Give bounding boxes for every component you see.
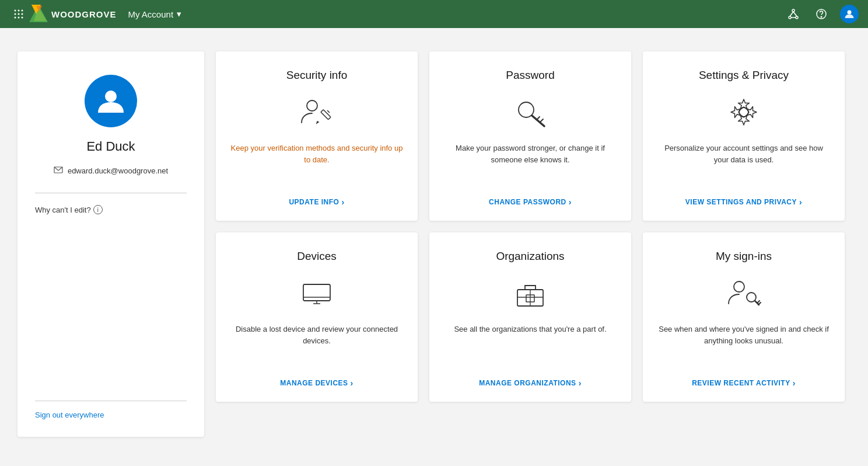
svg-point-3 xyxy=(15,13,16,15)
svg-point-22 xyxy=(105,91,117,102)
tile-link-devices[interactable]: MANAGE DEVICES › xyxy=(280,378,354,388)
tile-my-sign-ins: My sign-ins See when and where you've si… xyxy=(643,232,845,402)
divider-top xyxy=(35,193,187,193)
user-email-row: edward.duck@woodgrove.net xyxy=(54,166,168,175)
svg-line-27 xyxy=(532,116,544,126)
tile-link-settings-privacy[interactable]: VIEW SETTINGS AND PRIVACY › xyxy=(685,197,802,207)
why-edit-label: Why can't I edit? xyxy=(35,206,91,214)
tile-link-label-password: CHANGE PASSWORD xyxy=(489,198,566,206)
tile-password: Password Make your password stronger, or… xyxy=(429,51,631,221)
user-avatar-header[interactable] xyxy=(840,5,859,23)
tile-link-password[interactable]: CHANGE PASSWORD › xyxy=(489,197,572,207)
svg-point-2 xyxy=(22,10,23,12)
main-content: Ed Duck edward.duck@woodgrove.net Why ca… xyxy=(0,28,868,466)
svg-line-29 xyxy=(540,119,543,122)
svg-point-40 xyxy=(734,281,744,292)
email-icon xyxy=(54,166,63,175)
tile-desc-devices: Disable a lost device and review your co… xyxy=(230,324,404,356)
tile-link-security-info[interactable]: UPDATE INFO › xyxy=(289,197,344,207)
svg-point-4 xyxy=(18,13,20,15)
logo-text: WOODGROVE xyxy=(51,9,117,19)
tile-link-chevron-password: › xyxy=(569,197,572,207)
tile-desc-organizations: See all the organizations that you're a … xyxy=(454,324,606,345)
tile-icon-security-info xyxy=(299,93,334,131)
svg-point-8 xyxy=(22,17,23,19)
svg-rect-25 xyxy=(321,110,331,120)
svg-line-43 xyxy=(757,301,760,303)
tile-title-devices: Devices xyxy=(297,250,337,263)
tile-title-my-sign-ins: My sign-ins xyxy=(716,250,772,263)
svg-point-5 xyxy=(22,13,23,15)
svg-point-21 xyxy=(848,11,852,15)
tile-link-chevron-security-info: › xyxy=(341,197,344,207)
logo-icon xyxy=(28,4,49,25)
tile-desc-settings-privacy: Personalize your account settings and se… xyxy=(657,142,831,175)
account-menu-chevron: ▾ xyxy=(177,9,181,19)
tile-link-chevron-devices: › xyxy=(351,378,354,388)
tile-desc-my-sign-ins: See when and where you've signed in and … xyxy=(657,324,831,356)
tile-link-label-settings-privacy: VIEW SETTINGS AND PRIVACY xyxy=(685,198,797,206)
svg-point-0 xyxy=(15,10,16,12)
tile-link-label-organizations: MANAGE ORGANIZATIONS xyxy=(479,379,576,387)
tile-title-settings-privacy: Settings & Privacy xyxy=(699,69,789,82)
tile-organizations: Organizations See all the organizations … xyxy=(429,232,631,402)
tile-link-chevron-my-sign-ins: › xyxy=(793,378,796,388)
svg-line-28 xyxy=(537,117,540,120)
svg-point-24 xyxy=(307,100,317,111)
tile-icon-devices xyxy=(299,274,334,312)
tile-link-my-sign-ins[interactable]: REVIEW RECENT ACTIVITY › xyxy=(692,378,796,388)
info-icon: i xyxy=(93,205,103,214)
account-menu[interactable]: My Account ▾ xyxy=(128,9,182,19)
tile-settings-privacy: Settings & Privacy Personalize your acco… xyxy=(643,51,845,221)
grid-icon[interactable] xyxy=(9,5,28,23)
svg-line-17 xyxy=(793,12,797,16)
tile-icon-password xyxy=(513,93,548,131)
svg-point-1 xyxy=(18,10,20,12)
tile-security-info: Security info Keep your verification met… xyxy=(216,51,418,221)
app-header: WOODGROVE My Account ▾ xyxy=(0,0,868,28)
tile-link-label-security-info: UPDATE INFO xyxy=(289,198,339,206)
user-avatar-large xyxy=(85,75,137,127)
user-email: edward.duck@woodgrove.net xyxy=(68,166,168,175)
tiles-grid: Security info Keep your verification met… xyxy=(216,51,845,402)
sign-out-link[interactable]: Sign out everywhere xyxy=(35,411,104,419)
account-menu-label: My Account xyxy=(128,9,174,19)
tile-desc-password: Make your password stronger, or change i… xyxy=(443,142,617,175)
tile-link-organizations[interactable]: MANAGE ORGANIZATIONS › xyxy=(479,378,582,388)
svg-point-14 xyxy=(789,16,791,19)
user-avatar-icon xyxy=(96,86,126,116)
tile-title-password: Password xyxy=(506,69,554,82)
tile-desc-security-info: Keep your verification methods and secur… xyxy=(230,142,404,175)
header-right xyxy=(784,5,859,23)
svg-point-15 xyxy=(796,16,798,19)
logo: WOODGROVE xyxy=(28,4,117,25)
tile-link-label-devices: MANAGE DEVICES xyxy=(280,379,348,387)
why-edit[interactable]: Why can't I edit? i xyxy=(35,205,103,214)
svg-point-13 xyxy=(792,9,794,12)
tile-icon-organizations xyxy=(513,274,548,312)
tile-icon-settings-privacy xyxy=(726,93,761,131)
tile-devices: Devices Disable a lost device and review… xyxy=(216,232,418,402)
divider-bottom xyxy=(35,401,187,401)
tile-title-organizations: Organizations xyxy=(496,250,564,263)
help-icon[interactable] xyxy=(812,5,831,23)
page-wrapper: Ed Duck edward.duck@woodgrove.net Why ca… xyxy=(0,28,868,466)
svg-rect-31 xyxy=(303,284,330,301)
tile-title-security-info: Security info xyxy=(286,69,348,82)
user-name: Ed Duck xyxy=(86,139,135,154)
svg-line-44 xyxy=(758,302,761,305)
user-card: Ed Duck edward.duck@woodgrove.net Why ca… xyxy=(18,51,204,437)
tile-link-chevron-settings-privacy: › xyxy=(799,197,802,207)
svg-point-7 xyxy=(18,17,20,19)
tile-link-label-my-sign-ins: REVIEW RECENT ACTIVITY xyxy=(692,379,790,387)
svg-point-6 xyxy=(15,17,16,19)
network-icon[interactable] xyxy=(784,5,803,23)
tile-link-chevron-organizations: › xyxy=(579,378,582,388)
svg-line-16 xyxy=(790,12,793,16)
svg-point-20 xyxy=(821,16,822,18)
tile-icon-my-sign-ins xyxy=(726,274,761,312)
